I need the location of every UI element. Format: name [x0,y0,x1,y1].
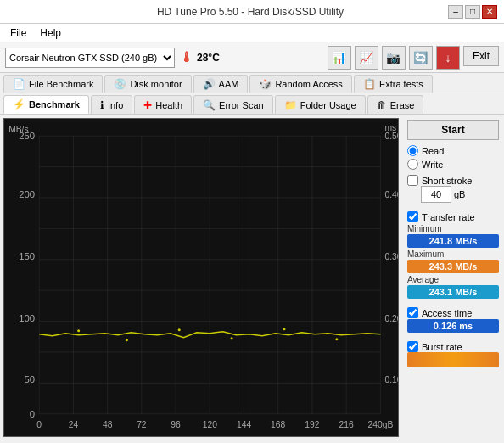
tab-aam[interactable]: 🔊 AAM [193,75,249,93]
svg-text:150: 150 [19,251,35,261]
tab-error-scan[interactable]: 🔍 Error Scan [193,95,273,114]
svg-text:0.30: 0.30 [385,252,398,261]
tab-file-benchmark[interactable]: 📄 File Benchmark [3,75,103,93]
extra-tests-icon: 📋 [363,78,376,90]
benchmark-icon: ⚡ [13,98,25,110]
minimum-label: Minimum [407,224,499,233]
svg-text:24: 24 [69,420,79,429]
svg-rect-0 [4,119,398,436]
svg-text:72: 72 [137,420,147,429]
svg-text:MB/s: MB/s [8,125,28,134]
main-content: 250 200 150 100 50 0 MB/s 0.50 0.40 0.30… [0,115,504,440]
tab-row-1: 📄 File Benchmark 💿 Disk monitor 🔊 AAM 🎲 … [0,73,504,93]
svg-point-47 [126,339,128,341]
svg-point-48 [178,328,181,331]
write-radio[interactable] [407,159,418,170]
toolbar-icons: 📊 📈 📷 🔄 ↓ Exit [328,46,499,70]
tab-benchmark[interactable]: ⚡ Benchmark [3,95,89,114]
tab-info[interactable]: ℹ Info [91,95,132,114]
folder-usage-icon: 📁 [284,99,297,111]
erase-icon: 🗑 [377,99,387,111]
svg-point-46 [77,329,80,332]
menu-help[interactable]: Help [33,25,68,41]
title-bar-title: HD Tune Pro 5.50 - Hard Disk/SSD Utility [53,6,448,18]
toolbar-icon-4[interactable]: 🔄 [409,46,433,70]
chart-area: 250 200 150 100 50 0 MB/s 0.50 0.40 0.30… [3,118,399,437]
stroke-unit: gB [454,189,465,199]
svg-text:0.10: 0.10 [385,375,398,384]
access-time-label[interactable]: Access time [407,307,499,318]
health-icon: ✚ [143,99,152,111]
access-time-value: 0.126 ms [407,319,499,333]
svg-point-51 [335,338,338,340]
random-access-icon: 🎲 [259,78,272,90]
write-radio-label[interactable]: Write [407,159,499,170]
toolbar-icon-3[interactable]: 📷 [382,46,406,70]
minimum-value: 241.8 MB/s [407,234,499,248]
average-label: Average [407,275,499,284]
svg-point-50 [283,328,285,330]
title-bar: HD Tune Pro 5.50 - Hard Disk/SSD Utility… [0,0,504,24]
average-value: 243.1 MB/s [407,285,499,299]
toolbar-icon-1[interactable]: 📊 [328,46,351,70]
maximum-label: Maximum [407,250,499,259]
read-write-group: Read Write [407,145,499,170]
menu-bar: File Help [0,24,504,42]
read-radio[interactable] [407,145,418,156]
stroke-input[interactable] [421,186,451,203]
stroke-value-row: gB [421,186,499,203]
drive-select[interactable]: Corsair Neutron GTX SSD (240 gB) [5,48,175,68]
svg-text:200: 200 [19,189,35,199]
svg-text:192: 192 [305,420,320,429]
tab-folder-usage[interactable]: 📁 Folder Usage [275,95,366,114]
svg-point-49 [231,337,233,339]
svg-text:0: 0 [36,420,42,429]
svg-text:144: 144 [237,420,252,429]
transfer-rate-label[interactable]: Transfer rate [407,211,499,222]
svg-text:50: 50 [24,374,35,384]
tab-extra-tests[interactable]: 📋 Extra tests [354,75,433,93]
close-button[interactable]: ✕ [482,5,497,19]
svg-text:216: 216 [339,420,355,429]
disk-monitor-icon: 💿 [114,78,126,90]
menu-file[interactable]: File [3,25,33,41]
read-radio-label[interactable]: Read [407,145,499,156]
title-bar-controls: – □ ✕ [448,5,497,19]
svg-text:0.20: 0.20 [385,314,398,323]
burst-rate-checkbox[interactable] [407,341,418,352]
maximize-button[interactable]: □ [465,5,480,19]
thermometer-icon: 🌡 [180,50,193,65]
right-panel: Start Read Write Short stroke gB [402,115,504,440]
tab-erase[interactable]: 🗑 Erase [367,95,424,114]
maximum-value: 243.3 MB/s [407,260,499,273]
svg-text:0.50: 0.50 [385,132,398,141]
temperature-display: 🌡 28°C [180,50,220,65]
minimize-button[interactable]: – [448,5,463,19]
benchmark-chart: 250 200 150 100 50 0 MB/s 0.50 0.40 0.30… [4,119,398,436]
burst-rate-bar [407,352,499,367]
error-scan-icon: 🔍 [203,99,216,111]
svg-text:168: 168 [271,420,286,429]
tab-row-2: ⚡ Benchmark ℹ Info ✚ Health 🔍 Error Scan… [0,93,504,115]
file-benchmark-icon: 📄 [13,78,25,90]
tab-health[interactable]: ✚ Health [134,95,192,114]
tab-random-access[interactable]: 🎲 Random Access [249,75,351,93]
short-stroke-checkbox[interactable] [407,175,418,186]
transfer-rate-checkbox[interactable] [407,211,418,222]
start-button[interactable]: Start [407,120,499,140]
short-stroke-label[interactable]: Short stroke [407,175,499,186]
exit-button[interactable]: Exit [463,46,499,66]
tab-disk-monitor[interactable]: 💿 Disk monitor [104,75,191,93]
svg-text:120: 120 [203,420,218,429]
access-time-checkbox[interactable] [407,307,418,318]
short-stroke-section: Short stroke gB [407,175,499,203]
toolbar-icon-5[interactable]: ↓ [436,46,460,70]
burst-rate-section: Burst rate [407,341,499,367]
svg-text:240gB: 240gB [367,420,393,429]
burst-rate-label[interactable]: Burst rate [407,341,499,352]
aam-icon: 🔊 [203,78,216,90]
access-time-section: Access time 0.126 ms [407,307,499,333]
toolbar-icon-2[interactable]: 📈 [355,46,378,70]
svg-text:0.40: 0.40 [385,190,398,199]
svg-text:0: 0 [30,409,35,419]
